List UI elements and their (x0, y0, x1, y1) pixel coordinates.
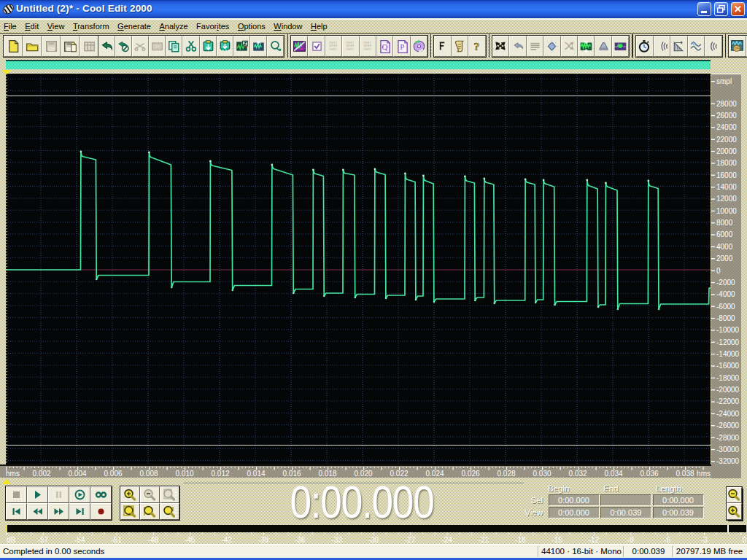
svg-text:0.004: 0.004 (68, 470, 86, 478)
svg-text:-14000: -14000 (716, 350, 740, 358)
svg-text:-36: -36 (295, 536, 306, 544)
svg-text:-32000: -32000 (716, 457, 740, 465)
svg-text:0.034: 0.034 (604, 470, 622, 478)
svg-text:hms: hms (6, 470, 20, 478)
svg-text:FW97: FW97 (363, 47, 371, 51)
svg-text:-3: -3 (701, 536, 708, 544)
svg-text:14000: 14000 (716, 183, 737, 191)
svg-text:-16000: -16000 (716, 362, 740, 370)
svg-text:0.010: 0.010 (175, 470, 193, 478)
svg-text:-48: -48 (148, 536, 159, 544)
svg-text:-57: -57 (38, 536, 49, 544)
svg-text:-30000: -30000 (716, 446, 740, 454)
svg-text:-20000: -20000 (716, 386, 740, 394)
svg-text:0.026: 0.026 (461, 470, 479, 478)
svg-text:FW97: FW97 (347, 47, 355, 51)
svg-text:-54: -54 (74, 536, 85, 544)
svg-text:0.028: 0.028 (497, 470, 515, 478)
svg-text:-51: -51 (111, 536, 122, 544)
svg-text:0.012: 0.012 (211, 470, 229, 478)
svg-text:-9: -9 (627, 536, 634, 544)
svg-text:18000: 18000 (716, 159, 737, 167)
svg-text:-12000: -12000 (716, 338, 740, 346)
svg-text:-6000: -6000 (716, 303, 735, 311)
svg-text:-15: -15 (551, 536, 562, 544)
svg-text:-33: -33 (331, 536, 342, 544)
svg-text:smpl: smpl (716, 77, 732, 85)
svg-text:0.014: 0.014 (247, 470, 265, 478)
svg-text:24000: 24000 (716, 123, 737, 131)
svg-text:0.036: 0.036 (640, 470, 658, 478)
svg-text:0.030: 0.030 (533, 470, 551, 478)
svg-text:-6: -6 (664, 536, 670, 544)
svg-text:FW97: FW97 (329, 47, 337, 51)
svg-text:8000: 8000 (716, 219, 733, 227)
svg-text:-21: -21 (479, 536, 489, 544)
svg-text:-18: -18 (515, 536, 526, 544)
svg-text:-39: -39 (258, 536, 269, 544)
svg-text:0.032: 0.032 (568, 470, 587, 478)
svg-text:2000: 2000 (716, 254, 733, 262)
svg-text:-26000: -26000 (716, 421, 740, 429)
svg-text:-22000: -22000 (716, 397, 740, 405)
svg-text:-2000: -2000 (716, 279, 735, 287)
svg-text:0.038: 0.038 (676, 470, 694, 478)
svg-text:10000: 10000 (716, 207, 737, 215)
svg-text:6000: 6000 (716, 230, 733, 238)
svg-text:20000: 20000 (716, 147, 737, 155)
svg-text:-42: -42 (221, 536, 232, 544)
svg-text:-4000: -4000 (716, 290, 735, 298)
svg-text:16000: 16000 (716, 171, 737, 179)
svg-text:-10000: -10000 (716, 326, 740, 334)
svg-text:-24: -24 (441, 536, 452, 544)
svg-text:0.008: 0.008 (139, 470, 158, 478)
svg-text:dB: dB (7, 536, 16, 544)
svg-text:-27: -27 (405, 536, 416, 544)
svg-text:-28000: -28000 (716, 434, 740, 442)
svg-text:Q: Q (382, 42, 388, 51)
svg-text:?: ? (474, 40, 480, 52)
svg-text:12000: 12000 (716, 195, 737, 203)
svg-text:0.002: 0.002 (32, 470, 50, 478)
svg-text:4000: 4000 (716, 243, 733, 251)
svg-text:hms: hms (697, 470, 711, 478)
svg-text:0.006: 0.006 (104, 470, 122, 478)
svg-text:-18000: -18000 (716, 374, 740, 382)
svg-text:28000: 28000 (716, 100, 737, 108)
svg-text:-30: -30 (368, 536, 379, 544)
svg-text:-12: -12 (589, 536, 600, 544)
svg-text:0: 0 (716, 267, 721, 275)
svg-text:26000: 26000 (716, 112, 737, 120)
svg-text:-24000: -24000 (716, 410, 740, 418)
svg-text:22000: 22000 (716, 136, 737, 144)
svg-text:-45: -45 (185, 536, 196, 544)
svg-text:P: P (400, 42, 404, 51)
svg-text:0: 0 (742, 536, 746, 544)
svg-text:-8000: -8000 (716, 314, 735, 322)
